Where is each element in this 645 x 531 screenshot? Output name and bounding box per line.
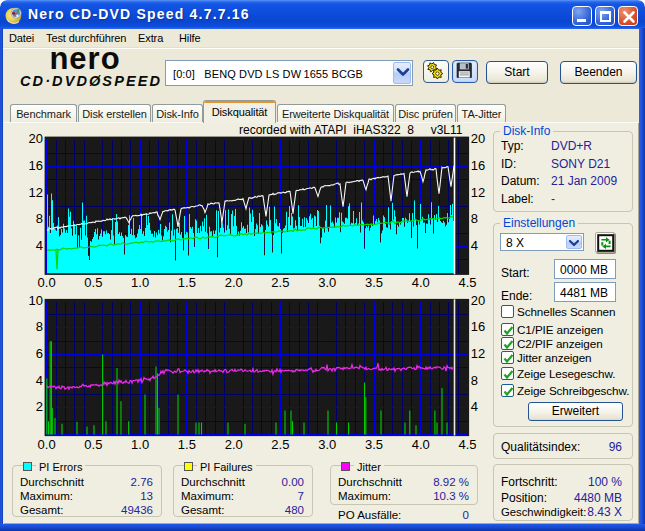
svg-text:2.0: 2.0	[225, 275, 243, 290]
svg-text:2: 2	[36, 399, 43, 414]
svg-text:0.5: 0.5	[84, 275, 102, 290]
svg-text:10: 10	[29, 293, 43, 308]
svg-text:4.0: 4.0	[412, 275, 430, 290]
svg-text:16: 16	[29, 158, 43, 173]
svg-text:4: 4	[471, 238, 478, 253]
svg-text:12: 12	[471, 185, 485, 200]
svg-text:3.0: 3.0	[318, 275, 336, 290]
svg-text:2.5: 2.5	[271, 275, 289, 290]
svg-text:8: 8	[36, 211, 43, 226]
svg-text:4.0: 4.0	[412, 437, 430, 452]
svg-text:20: 20	[29, 131, 43, 146]
svg-text:recorded with ATAPI iHAS322: recorded with ATAPI iHAS322 8 v3L11	[239, 123, 463, 137]
svg-text:16: 16	[471, 319, 485, 334]
svg-text:3.5: 3.5	[365, 437, 383, 452]
svg-text:3.0: 3.0	[318, 437, 336, 452]
svg-text:4: 4	[36, 238, 43, 253]
svg-text:20: 20	[471, 131, 485, 146]
svg-text:12: 12	[29, 185, 43, 200]
svg-text:2.5: 2.5	[271, 437, 289, 452]
svg-text:0.0: 0.0	[38, 275, 56, 290]
svg-text:1.0: 1.0	[131, 437, 149, 452]
svg-text:1.5: 1.5	[178, 275, 196, 290]
svg-text:8: 8	[471, 211, 478, 226]
svg-text:0.5: 0.5	[84, 437, 102, 452]
svg-text:2.0: 2.0	[225, 437, 243, 452]
svg-text:20: 20	[471, 293, 485, 308]
svg-text:6: 6	[36, 346, 43, 361]
svg-text:4.5: 4.5	[458, 275, 476, 290]
svg-text:1.5: 1.5	[178, 437, 196, 452]
svg-text:8: 8	[471, 373, 478, 388]
svg-text:0.0: 0.0	[38, 437, 56, 452]
svg-text:8: 8	[36, 319, 43, 334]
svg-text:1.0: 1.0	[131, 275, 149, 290]
svg-text:4: 4	[471, 399, 478, 414]
svg-text:4: 4	[36, 373, 43, 388]
svg-text:4.5: 4.5	[458, 437, 476, 452]
svg-text:3.5: 3.5	[365, 275, 383, 290]
svg-text:16: 16	[471, 158, 485, 173]
svg-text:12: 12	[471, 346, 485, 361]
